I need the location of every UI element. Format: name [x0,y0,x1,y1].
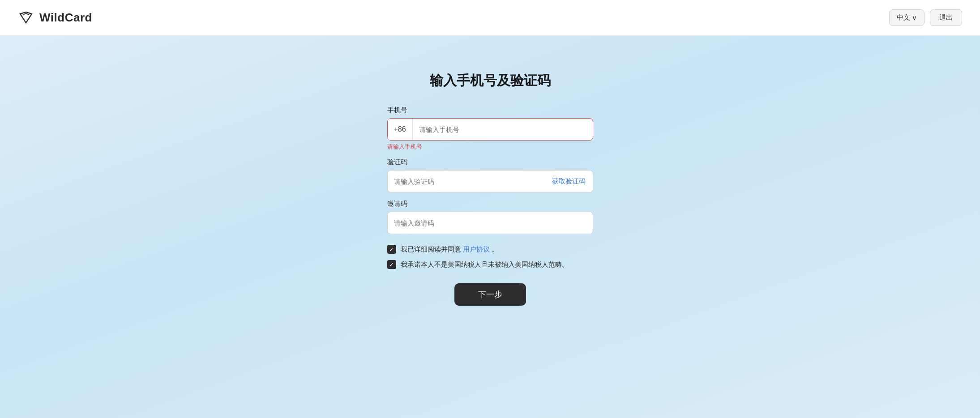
user-agreement-link[interactable]: 用户协议 [463,245,490,253]
code-label: 验证码 [387,158,593,166]
checkbox-item-2: ✓ 我承诺本人不是美国纳税人且未被纳入美国纳税人范畴。 [387,260,593,269]
form-body: 手机号 +86 请输入手机号 验证码 获取验证码 邀请码 [387,106,593,306]
next-button[interactable]: 下一步 [454,283,526,306]
logo-text: WildCard [39,11,92,25]
code-input[interactable] [388,171,545,192]
form-title: 输入手机号及验证码 [430,72,551,90]
phone-error-message: 请输入手机号 [387,143,593,151]
checkbox-agree-icon[interactable]: ✓ [387,245,396,254]
checkmark-icon: ✓ [389,247,394,252]
phone-input[interactable] [413,119,593,140]
checkbox-group: ✓ 我已详细阅读并同意 用户协议 。 ✓ 我承诺本人不是美国纳税人且未被纳入美国… [387,245,593,269]
phone-field-group: 手机号 +86 请输入手机号 [387,106,593,151]
main-content: 输入手机号及验证码 手机号 +86 请输入手机号 验证码 获取验证码 [0,36,980,418]
phone-label: 手机号 [387,106,593,115]
language-label: 中文 [897,13,910,22]
phone-prefix: +86 [388,119,413,140]
checkbox-tax-icon[interactable]: ✓ [387,260,396,269]
form-actions: 下一步 [387,283,593,306]
checkbox-item-1: ✓ 我已详细阅读并同意 用户协议 。 [387,245,593,254]
language-button[interactable]: 中文 ∨ [889,9,924,26]
logo-icon [18,10,34,26]
checkbox-tax-label: 我承诺本人不是美国纳税人且未被纳入美国纳税人范畴。 [401,260,569,269]
header-right: 中文 ∨ 退出 [889,9,962,26]
logout-button[interactable]: 退出 [930,9,962,26]
invite-input-wrapper [387,212,593,234]
invite-input[interactable] [388,212,593,234]
checkmark-icon-2: ✓ [389,262,394,268]
header: WildCard 中文 ∨ 退出 [0,0,980,36]
checkbox-agree-label: 我已详细阅读并同意 用户协议 。 [401,245,498,254]
form-container: 输入手机号及验证码 手机号 +86 请输入手机号 验证码 获取验证码 [387,72,593,382]
invite-field-group: 邀请码 [387,200,593,234]
get-code-button[interactable]: 获取验证码 [545,171,593,192]
code-field-group: 验证码 获取验证码 [387,158,593,192]
code-input-wrapper: 获取验证码 [387,170,593,192]
logo-area: WildCard [18,10,92,26]
invite-label: 邀请码 [387,200,593,208]
phone-input-wrapper: +86 [387,118,593,141]
chevron-down-icon: ∨ [912,14,917,22]
